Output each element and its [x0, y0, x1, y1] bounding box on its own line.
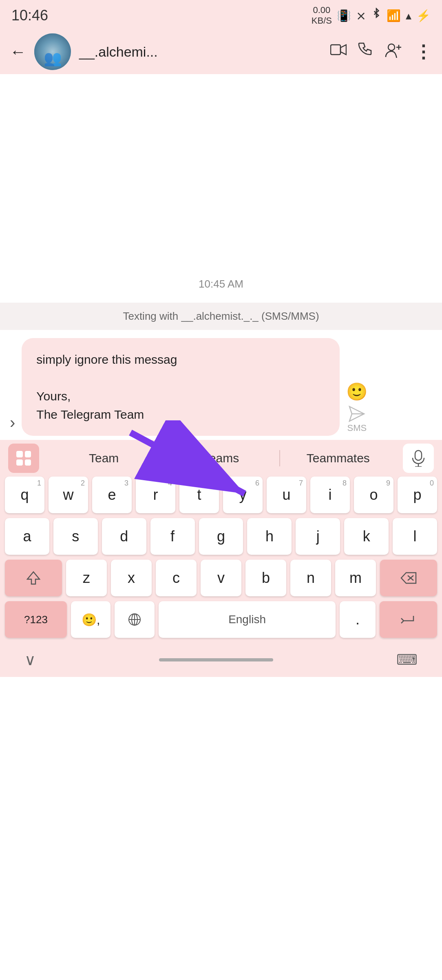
grid-dot: [25, 451, 31, 457]
keyboard-icon[interactable]: ⌨: [396, 651, 418, 668]
suggestions-row: Team Teams Teammates: [0, 440, 442, 477]
bluetooth-icon: [371, 8, 382, 23]
back-button[interactable]: ←: [10, 43, 26, 61]
suggestion-grid-button[interactable]: [8, 444, 39, 473]
key-q[interactable]: 1q: [5, 477, 44, 513]
more-options-icon[interactable]: ⋮: [414, 47, 432, 56]
keyboard-rows: 1q 2w 3e 4r 5t 6y 7u 8i 9o 0p a s d f g …: [0, 477, 442, 638]
key-a[interactable]: a: [5, 518, 49, 555]
key-row-1: 1q 2w 3e 4r 5t 6y 7u 8i 9o 0p: [5, 477, 437, 513]
globe-icon: [128, 613, 141, 626]
emoji-button[interactable]: 🙂: [346, 382, 367, 402]
message-timestamp: 10:45 AM: [0, 274, 442, 294]
key-row-4: ?123 🙂, English .: [5, 601, 437, 638]
svg-point-2: [388, 44, 395, 51]
backspace-icon: [400, 572, 417, 584]
app-bar: ← __.alchemi... ⋮: [0, 29, 442, 74]
suggestion-team[interactable]: Team: [46, 451, 162, 465]
status-bar: 10:46 0.00KB/S 📳 ⨯ 📶 ▴ ⚡: [0, 0, 442, 29]
send-icon[interactable]: [348, 405, 366, 423]
expand-button[interactable]: ›: [10, 413, 15, 432]
phone-icon[interactable]: [358, 42, 373, 62]
shift-key[interactable]: [5, 560, 62, 596]
key-t[interactable]: 5t: [179, 477, 219, 513]
key-u[interactable]: 7u: [267, 477, 306, 513]
key-c[interactable]: c: [156, 560, 197, 596]
key-p[interactable]: 0p: [398, 477, 437, 513]
enter-key[interactable]: [380, 601, 437, 638]
key-d[interactable]: d: [102, 518, 146, 555]
svg-rect-8: [415, 450, 422, 460]
space-key[interactable]: English: [159, 601, 336, 638]
suggestion-teammates[interactable]: Teammates: [280, 451, 396, 465]
key-row-2: a s d f g h j k l: [5, 518, 437, 555]
vibrate-icon: 📳: [337, 9, 351, 22]
numbers-key[interactable]: ?123: [5, 601, 67, 638]
send-button-area[interactable]: SMS: [347, 405, 367, 433]
key-y[interactable]: 6y: [223, 477, 263, 513]
nav-handle: [159, 658, 273, 661]
key-k[interactable]: k: [344, 518, 389, 555]
grid-dot: [16, 459, 23, 466]
suggestion-teams[interactable]: Teams: [163, 451, 279, 465]
wifi-icon: 📶: [387, 9, 401, 22]
signal-icon: ▴: [406, 9, 411, 22]
svg-rect-0: [331, 45, 340, 55]
keyboard: Team Teams Teammates 1q 2w 3e 4r 5t 6y 7…: [0, 440, 442, 677]
key-v[interactable]: v: [201, 560, 241, 596]
key-r[interactable]: 4r: [136, 477, 175, 513]
grid-icon: [16, 451, 31, 466]
message-actions: 🙂 SMS: [346, 382, 367, 433]
key-g[interactable]: g: [199, 518, 243, 555]
period-key[interactable]: .: [340, 601, 376, 638]
key-b[interactable]: b: [245, 560, 286, 596]
app-bar-actions: ⋮: [330, 42, 432, 62]
key-z[interactable]: z: [66, 560, 107, 596]
key-o[interactable]: 9o: [354, 477, 393, 513]
key-row-3: z x c v b n m: [5, 560, 437, 596]
contact-name[interactable]: __.alchemi...: [79, 44, 322, 60]
grid-dot: [25, 459, 31, 466]
mic-button[interactable]: [403, 444, 434, 473]
emoji-key[interactable]: 🙂,: [71, 601, 111, 638]
chevron-down-icon[interactable]: ∨: [24, 651, 36, 669]
key-l[interactable]: l: [393, 518, 437, 555]
message-container: › simply ignore this messag Yours,The Te…: [0, 334, 442, 440]
grid-dot: [16, 451, 23, 457]
key-e[interactable]: 3e: [92, 477, 132, 513]
key-i[interactable]: 8i: [310, 477, 350, 513]
backspace-key[interactable]: [380, 560, 437, 596]
key-m[interactable]: m: [335, 560, 376, 596]
bottom-bar: ∨ ⌨: [0, 644, 442, 677]
svg-marker-1: [340, 45, 346, 55]
key-h[interactable]: h: [247, 518, 292, 555]
key-f[interactable]: f: [150, 518, 195, 555]
avatar[interactable]: [34, 33, 71, 70]
add-contact-icon[interactable]: [385, 42, 403, 62]
key-n[interactable]: n: [290, 560, 331, 596]
status-icons: 0.00KB/S 📳 ⨯ 📶 ▴ ⚡: [312, 5, 431, 26]
globe-key[interactable]: [115, 601, 155, 638]
message-text-1: simply ignore this messag: [36, 350, 325, 369]
bluetooth-icon: ⨯: [356, 9, 366, 23]
send-label: SMS: [347, 423, 367, 433]
network-speed-icon: 0.00KB/S: [312, 5, 332, 26]
key-x[interactable]: x: [111, 560, 152, 596]
sms-notification: Texting with __.alchemist._._ (SMS/MMS): [0, 303, 442, 330]
chat-area: 10:45 AM Texting with __.alchemist._._ (…: [0, 74, 442, 440]
mic-icon: [411, 450, 426, 467]
message-text-2: Yours,The Telegram Team: [36, 387, 325, 424]
status-time: 10:46: [11, 7, 48, 24]
battery-icon: ⚡: [416, 9, 431, 22]
enter-icon: [400, 613, 416, 626]
shift-icon: [27, 571, 40, 585]
video-call-icon[interactable]: [330, 43, 347, 61]
message-bubble: simply ignore this messag Yours,The Tele…: [22, 338, 340, 436]
key-s[interactable]: s: [53, 518, 98, 555]
key-w[interactable]: 2w: [49, 477, 88, 513]
key-j[interactable]: j: [296, 518, 340, 555]
svg-marker-11: [27, 572, 40, 584]
